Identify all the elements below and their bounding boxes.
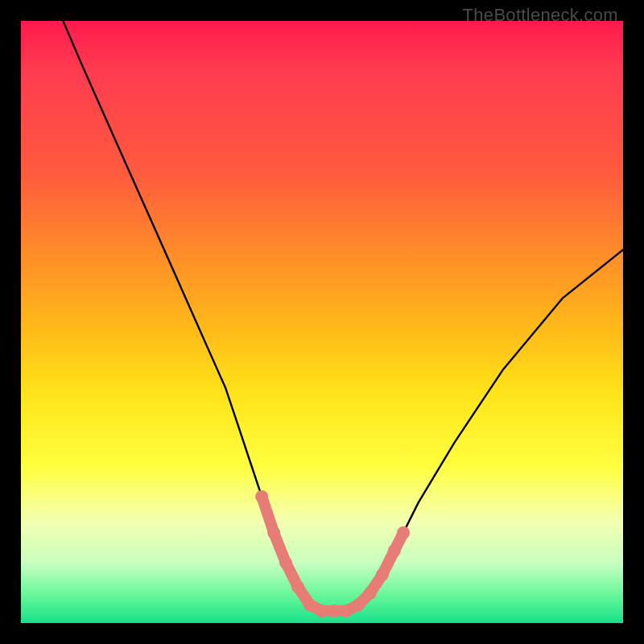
trough-marker xyxy=(303,599,316,612)
trough-marker xyxy=(291,580,304,593)
trough-marker xyxy=(388,544,401,557)
trough-marker xyxy=(364,587,377,600)
trough-marker xyxy=(316,605,328,617)
chart-frame: TheBottleneck.com xyxy=(0,0,644,644)
series-bottleneck-curve xyxy=(63,21,623,611)
trough-marker xyxy=(340,605,353,617)
trough-marker xyxy=(328,605,341,617)
trough-marker xyxy=(352,599,365,612)
trough-marker xyxy=(255,490,268,503)
trough-marker xyxy=(376,568,389,581)
trough-marker xyxy=(267,526,280,539)
trough-marker xyxy=(279,556,292,569)
markers-group xyxy=(255,490,410,617)
curve-svg xyxy=(21,21,623,623)
series-group xyxy=(63,21,623,611)
watermark-text: TheBottleneck.com xyxy=(463,5,618,26)
plot-area xyxy=(21,21,623,623)
trough-marker xyxy=(397,526,410,539)
